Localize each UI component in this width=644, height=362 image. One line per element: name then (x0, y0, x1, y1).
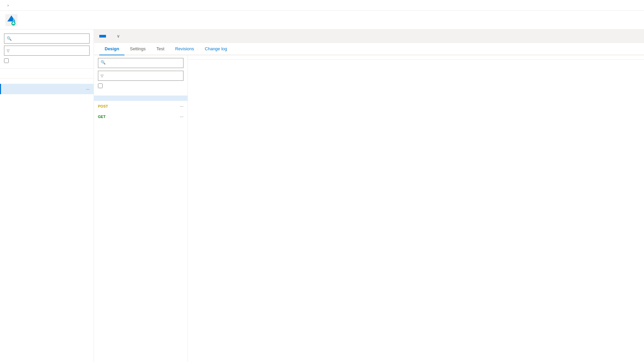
ops-group-by-tag-checkbox[interactable] (98, 83, 103, 88)
right-content-area: ∨ Design Settings Test Revisions Change … (94, 29, 644, 362)
top-breadcrumb-bar: › (0, 0, 644, 11)
tab-test[interactable]: Test (151, 43, 170, 55)
sidebar-filter-input[interactable] (4, 46, 90, 56)
revision-badge[interactable] (99, 35, 106, 38)
split-pane: 🔍 ▽ POST (94, 55, 644, 362)
sidebar-search-input[interactable] (4, 34, 90, 44)
op-method-post: POST (98, 104, 108, 108)
group-by-tag-checkbox[interactable] (4, 58, 9, 63)
api-item-more-button[interactable]: ··· (86, 86, 90, 92)
revision-bar: ∨ (94, 29, 644, 43)
breadcrumb-sep1: › (7, 3, 9, 8)
operations-panel: 🔍 ▽ POST (94, 55, 188, 362)
ops-group-by-tag[interactable] (94, 82, 187, 91)
main-layout: 🔍 ▽ ··· ∨ (0, 29, 644, 362)
revision-chevron-icon[interactable]: ∨ (117, 34, 120, 39)
tab-design[interactable]: Design (99, 43, 124, 55)
op-item-0[interactable]: POST ··· (94, 101, 187, 111)
code-editor[interactable] (188, 60, 644, 362)
ops-filter-input[interactable] (98, 71, 183, 81)
service-logo (5, 14, 17, 26)
all-operations-item[interactable] (94, 96, 187, 101)
sidebar-group-by-tag[interactable] (4, 58, 90, 63)
ops-search-input[interactable] (98, 58, 183, 68)
all-apis-label (0, 80, 94, 84)
tab-revisions[interactable]: Revisions (170, 43, 199, 55)
code-breadcrumb (188, 55, 644, 60)
op-1-more-button[interactable]: ··· (180, 114, 183, 119)
code-panel (188, 55, 644, 362)
api-item-google[interactable]: ··· (0, 84, 94, 94)
left-sidebar: 🔍 ▽ ··· (0, 29, 94, 362)
add-api-button[interactable] (0, 71, 94, 77)
header-more-button[interactable] (633, 19, 639, 21)
op-0-more-button[interactable]: ··· (180, 104, 183, 109)
tab-settings[interactable]: Settings (124, 43, 151, 55)
page-header (0, 11, 644, 29)
op-item-1[interactable]: GET ··· (94, 111, 187, 122)
tabs-bar: Design Settings Test Revisions Change lo… (94, 43, 644, 55)
add-operation-button[interactable] (94, 91, 187, 96)
op-method-get: GET (98, 115, 106, 119)
tab-changelog[interactable]: Change log (200, 43, 233, 55)
